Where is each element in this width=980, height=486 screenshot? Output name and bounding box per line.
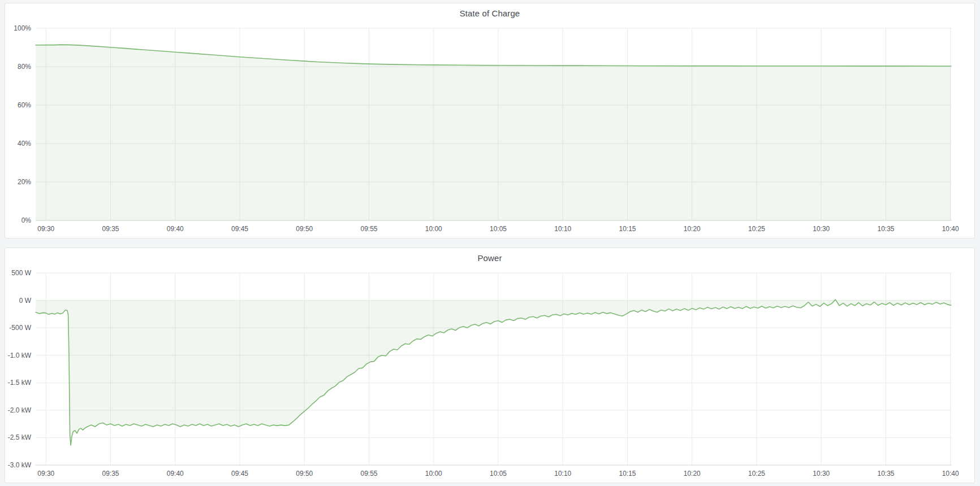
y-tick-label: 20% — [18, 178, 31, 186]
y-tick-label: 0 W — [19, 297, 32, 305]
x-tick-label: 09:35 — [102, 470, 119, 478]
x-tick-label: 09:45 — [231, 225, 248, 233]
y-tick-label: -2.5 kW — [8, 433, 32, 441]
x-axis-tick-labels: 09:3009:3509:4009:4509:5009:5510:0010:05… — [37, 225, 959, 233]
x-tick-label: 10:15 — [619, 470, 636, 478]
y-tick-label: 40% — [18, 140, 31, 147]
series-area-fill — [36, 45, 951, 220]
x-tick-label: 10:35 — [877, 225, 894, 233]
x-tick-label: 09:30 — [37, 225, 54, 233]
y-tick-label: 0% — [21, 216, 32, 224]
x-tick-label: 10:05 — [490, 470, 507, 478]
x-tick-label: 10:25 — [748, 470, 765, 478]
y-tick-label: 100% — [14, 24, 31, 32]
y-tick-label: 60% — [18, 101, 31, 109]
x-tick-label: 10:40 — [942, 470, 959, 478]
y-tick-label: -2.0 kW — [8, 406, 32, 414]
x-tick-label: 09:50 — [296, 470, 313, 478]
x-tick-label: 09:55 — [360, 225, 377, 233]
y-axis-tick-labels: 500 W0 W-500 W-1.0 kW-1.5 kW-2.0 kW-2.5 … — [8, 269, 32, 469]
y-tick-label: 500 W — [11, 269, 31, 277]
x-tick-label: 09:40 — [167, 470, 184, 478]
y-axis-tick-labels: 100%80%60%40%20%0% — [14, 24, 31, 224]
y-tick-label: -500 W — [9, 324, 31, 332]
x-axis-tick-labels: 09:3009:3509:4009:4509:5009:5510:0010:05… — [37, 470, 959, 478]
power-area-chart: 500 W0 W-500 W-1.0 kW-1.5 kW-2.0 kW-2.5 … — [5, 248, 974, 483]
x-tick-label: 10:30 — [813, 470, 830, 478]
x-tick-label: 10:00 — [425, 225, 442, 233]
x-tick-label: 09:45 — [231, 470, 248, 478]
x-tick-label: 10:10 — [554, 225, 571, 233]
dashboard: { "page": { "background": "#f4f5f6", "pa… — [0, 0, 980, 486]
x-tick-label: 10:20 — [684, 225, 701, 233]
y-tick-label: -1.0 kW — [8, 352, 32, 359]
x-tick-label: 10:10 — [554, 470, 571, 478]
x-tick-label: 09:35 — [102, 225, 119, 233]
y-tick-label: -3.0 kW — [8, 461, 32, 469]
x-tick-label: 10:25 — [748, 225, 765, 233]
x-tick-label: 10:20 — [684, 470, 701, 478]
x-tick-label: 10:35 — [877, 470, 894, 478]
state-of-charge-area-chart: 100%80%60%40%20%0%09:3009:3509:4009:4509… — [5, 3, 974, 238]
x-tick-label: 09:30 — [37, 470, 54, 478]
x-tick-label: 10:40 — [942, 225, 959, 233]
x-tick-label: 09:40 — [167, 225, 184, 233]
panel-power: Power 500 W0 W-500 W-1.0 kW-1.5 kW-2.0 k… — [5, 248, 975, 483]
x-tick-label: 09:50 — [296, 225, 313, 233]
series-area-fill — [36, 300, 951, 445]
x-tick-label: 10:00 — [425, 470, 442, 478]
y-tick-label: 80% — [18, 63, 31, 71]
y-tick-label: -1.5 kW — [8, 379, 32, 387]
x-tick-label: 10:30 — [813, 225, 830, 233]
panel-state-of-charge: State of Charge 100%80%60%40%20%0%09:300… — [5, 3, 975, 238]
x-tick-label: 10:15 — [619, 225, 636, 233]
x-tick-label: 09:55 — [360, 470, 377, 478]
x-tick-label: 10:05 — [490, 225, 507, 233]
